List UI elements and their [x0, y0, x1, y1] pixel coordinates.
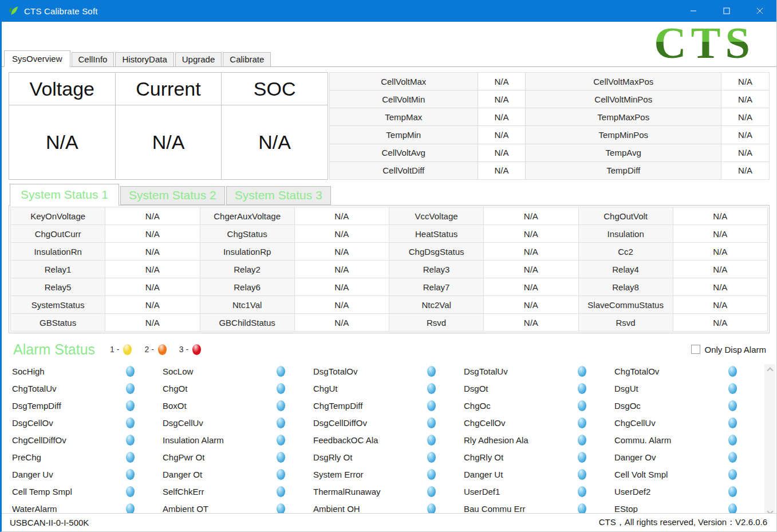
- alarm-status-led-icon: [126, 503, 135, 514]
- stats-row: CellVoltMaxN/ACellVoltMaxPosN/A: [330, 73, 770, 90]
- alarm-item: FeedbackOC Ala: [311, 431, 462, 448]
- alarm-status-led-icon: [427, 400, 436, 411]
- alarm-item: SocLow: [160, 362, 311, 380]
- alarm-item-label: ChgTempDiff: [313, 401, 427, 411]
- label-cell: CellVoltMin: [330, 90, 478, 108]
- tab-system-status-1[interactable]: System Status 1: [10, 184, 119, 206]
- alarm-status-led-icon: [578, 452, 586, 463]
- alarm-item-label: UserDef1: [464, 487, 578, 496]
- value-cell: N/A: [478, 161, 526, 179]
- level2-orange-led-icon: [158, 344, 167, 355]
- alarm-item: ChgUt: [311, 380, 462, 397]
- alarm-status-led-icon: [126, 417, 135, 428]
- label-cell: SlaveCommuStatus: [578, 296, 673, 314]
- tab-upgrade[interactable]: Upgrade: [175, 52, 222, 66]
- value-cell: N/A: [484, 243, 578, 261]
- gauge-value-voltage: N/A: [9, 105, 116, 180]
- value-cell: N/A: [105, 278, 200, 296]
- alarm-item: UserDef1: [462, 483, 612, 500]
- stats-row: TempMinN/ATempMinPosN/A: [330, 126, 770, 144]
- label-cell: TempMax: [330, 108, 478, 126]
- label-cell: Insulation: [578, 225, 673, 243]
- alarm-item-label: Danger Ut: [464, 470, 578, 479]
- alarm-status-led-icon: [578, 383, 586, 394]
- tab-sysoverview[interactable]: SysOverview: [4, 50, 70, 67]
- label-cell: Relay1: [11, 261, 105, 278]
- alarm-item-label: SocLow: [163, 367, 277, 376]
- value-cell: N/A: [294, 243, 389, 261]
- value-cell: N/A: [294, 225, 389, 243]
- label-cell: Ntc2Val: [389, 296, 484, 314]
- only-disp-alarm-checkbox[interactable]: [691, 345, 700, 354]
- close-icon: [756, 7, 763, 14]
- alarm-item-label: ChgCellDiffOv: [12, 435, 126, 445]
- value-cell: N/A: [484, 296, 578, 314]
- gauge-label-current: Current: [115, 73, 222, 105]
- alarm-item-label: DsgRly Ot: [313, 452, 427, 462]
- value-cell: N/A: [721, 73, 770, 90]
- value-cell: N/A: [484, 278, 578, 296]
- alarm-status-led-icon: [126, 383, 135, 394]
- alarm-status-led-icon: [427, 435, 436, 446]
- alarm-status-led-icon: [277, 435, 285, 446]
- system-status-row: Relay1N/ARelay2N/ARelay3N/ARelay4N/A: [11, 261, 768, 278]
- legend-label: 1 -: [110, 345, 119, 354]
- gauge-header-row: VoltageCurrentSOC: [9, 73, 328, 105]
- system-status-row: ChgOutCurrN/AChgStatusN/AHeatStatusN/AIn…: [11, 225, 768, 243]
- label-cell: KeyOnVoltage: [11, 207, 105, 225]
- alarm-status-led-icon: [277, 469, 285, 480]
- alarm-item: ChgPwr Ot: [160, 448, 311, 466]
- alarm-item: DsgCellOv: [10, 414, 160, 431]
- label-cell: InsulationRn: [11, 243, 105, 261]
- tab-system-status-2[interactable]: System Status 2: [120, 186, 225, 205]
- alarm-status-led-icon: [728, 469, 737, 480]
- stats-row: CellVoltAvgN/ATempAvgN/A: [330, 144, 770, 161]
- scroll-up-icon[interactable]: [767, 367, 773, 373]
- value-cell: N/A: [478, 126, 526, 144]
- alarm-item-label: Cell Volt Smpl: [614, 470, 728, 479]
- window-title: CTS Calibrate Soft: [24, 6, 98, 16]
- alarm-item-label: Bau Commu Err: [464, 504, 578, 514]
- alarm-item: ChgOt: [160, 380, 311, 397]
- alarm-item-label: DsgTempDiff: [12, 401, 126, 411]
- value-cell: N/A: [105, 296, 200, 314]
- gauge-value-current: N/A: [115, 105, 222, 180]
- alarm-status-led-icon: [126, 366, 135, 377]
- alarm-item: DsgUt: [612, 380, 763, 397]
- alarm-scrollbar[interactable]: [764, 364, 775, 518]
- value-cell: N/A: [721, 108, 770, 126]
- alarm-item-label: WaterAlarm: [12, 504, 126, 514]
- alarm-status-led-icon: [578, 366, 586, 377]
- system-status-row: Relay5N/ARelay6N/ARelay7N/ARelay8N/A: [11, 278, 768, 296]
- tab-historydata[interactable]: HistoryData: [115, 52, 173, 66]
- alarm-item-label: Ambient OH: [313, 504, 427, 514]
- value-cell: N/A: [673, 207, 767, 225]
- tab-cellinfo[interactable]: CellInfo: [72, 52, 115, 66]
- alarm-item-label: DsgTotalUv: [464, 367, 578, 376]
- alarm-item: DsgTotalUv: [462, 362, 612, 380]
- can-device-status: USBCAN-II-0-I-500K: [10, 518, 89, 527]
- alarm-item: Cell Volt Smpl: [612, 466, 763, 483]
- alarm-status-led-icon: [427, 417, 436, 428]
- value-cell: N/A: [294, 261, 389, 278]
- gauge-value-soc: N/A: [222, 105, 328, 180]
- system-status-panel: KeyOnVoltageN/AChgerAuxVoltageN/AVccVolt…: [9, 205, 770, 333]
- alarm-item-label: Insulation Alarm: [163, 435, 277, 445]
- label-cell: Relay7: [389, 278, 484, 296]
- alarm-status-led-icon: [578, 503, 586, 514]
- alarm-status-led-icon: [578, 486, 586, 497]
- label-cell: ChgDsgStatus: [389, 243, 484, 261]
- alarm-item-label: SocHigh: [12, 367, 126, 376]
- label-cell: Relay6: [200, 278, 294, 296]
- only-disp-alarm-control[interactable]: Only Disp Alarm: [691, 345, 766, 354]
- gauge-label-voltage: Voltage: [9, 73, 116, 105]
- tab-system-status-3[interactable]: System Status 3: [226, 186, 331, 205]
- alarm-item: Danger Ov: [612, 448, 763, 466]
- tab-calibrate[interactable]: Calibrate: [223, 52, 271, 66]
- alarm-item-label: DsgOc: [614, 401, 728, 411]
- label-cell: ChgOutCurr: [11, 225, 105, 243]
- label-cell: InsulationRp: [200, 243, 294, 261]
- alarm-status-led-icon: [126, 435, 135, 446]
- alarm-item-label: PreChg: [12, 452, 126, 462]
- value-cell: N/A: [673, 225, 767, 243]
